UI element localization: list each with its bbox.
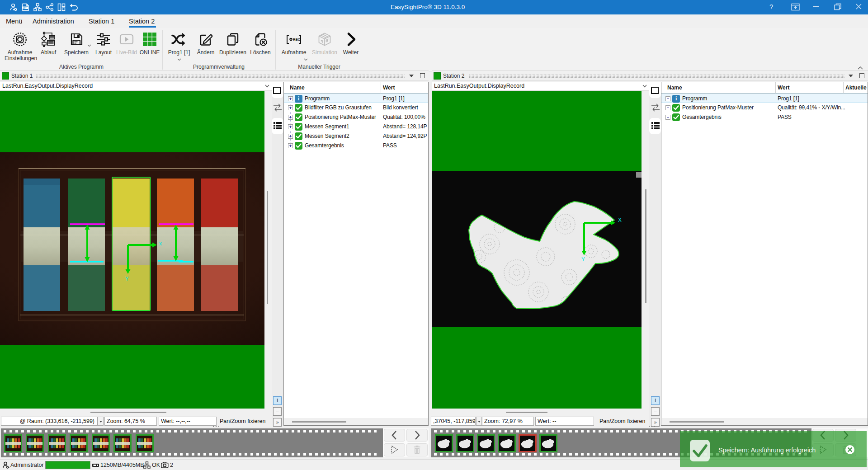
svg-text:REC: REC (293, 38, 300, 42)
svg-text:ZIP: ZIP (23, 6, 26, 9)
svg-text:X: X (618, 217, 622, 223)
svg-text:Y: Y (581, 256, 585, 263)
svg-text:x: x (159, 240, 162, 247)
svg-text:Y: Y (125, 276, 129, 282)
